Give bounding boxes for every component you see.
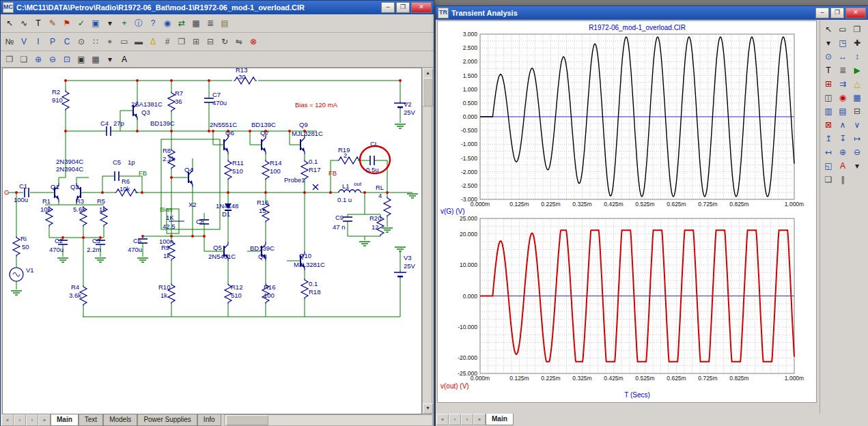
graphics-mode-button[interactable]: ▭ — [836, 23, 850, 36]
check-mode-button[interactable]: ✓ — [74, 17, 88, 30]
zoom-in-button[interactable]: ⊕ — [31, 53, 45, 66]
scroll-down-button[interactable]: ▼ — [423, 403, 433, 414]
go-to-x-button[interactable]: ↦ — [850, 132, 864, 145]
node-numbers-toggle[interactable]: № — [3, 36, 16, 48]
new-sheet-button[interactable]: ❐ — [175, 36, 188, 48]
prev-tab-button[interactable]: ‹ — [14, 414, 26, 426]
text-mode-button[interactable]: T — [31, 17, 45, 30]
canvas-horizontal-scrollbar[interactable] — [224, 414, 433, 426]
minimize-button[interactable]: – — [815, 8, 829, 18]
condition-toggle[interactable]: C — [60, 36, 74, 48]
restore-button[interactable]: ❐ — [396, 2, 410, 13]
paste-page-button[interactable]: ❏ — [17, 53, 31, 66]
grid-split-button[interactable]: ▦ — [89, 53, 102, 66]
select-mode-button[interactable]: ↖ — [822, 23, 835, 36]
canvas-vertical-scrollbar[interactable]: ▲ ▼ — [422, 68, 432, 414]
snap-grid-button[interactable]: # — [160, 36, 174, 48]
select-mode-button[interactable]: ↖ — [3, 17, 16, 30]
zoom-out-button[interactable]: ⊖ — [850, 145, 864, 158]
snapshot-button[interactable]: ▣ — [74, 53, 88, 66]
region-enable-button[interactable]: ⇄ — [175, 17, 188, 30]
next-tab-button[interactable]: › — [461, 414, 473, 425]
power-toggle[interactable]: P — [46, 36, 59, 48]
color-button[interactable]: A — [836, 159, 850, 172]
next-tab-button[interactable]: › — [26, 414, 38, 426]
high-button[interactable]: ↥ — [822, 132, 835, 145]
crosshair-toggle[interactable]: ⌖ — [103, 36, 117, 48]
component-dropdown-arrow[interactable]: ▾ — [103, 17, 117, 30]
text-mode-button[interactable]: T — [822, 63, 835, 76]
font-button[interactable]: A — [117, 53, 131, 66]
analysis-window-titlebar[interactable]: TR Transient Analysis –❐✕ — [436, 6, 868, 20]
optimizer-button[interactable]: △ — [850, 77, 864, 90]
tab-main[interactable]: Main — [51, 414, 79, 426]
title-block-toggle[interactable]: ▬ — [132, 36, 145, 48]
close-button[interactable]: ✕ — [845, 8, 866, 18]
minimize-button[interactable]: – — [381, 2, 395, 13]
stepping-button[interactable]: ⇉ — [836, 77, 850, 90]
last-tab-button[interactable]: » — [473, 414, 486, 425]
vertical-tag-button[interactable]: ↕ — [850, 50, 864, 63]
pages-button[interactable]: ❐ — [850, 23, 864, 36]
slide-right-button[interactable]: ⊟ — [204, 36, 217, 48]
zoom-percent-button[interactable]: ⊡ — [60, 53, 74, 66]
model-warning-button[interactable]: Δ — [146, 36, 160, 48]
add-part-button[interactable]: + — [117, 17, 131, 30]
copy-page-button[interactable]: ❏ — [822, 173, 835, 186]
help-mode-button[interactable]: ? — [146, 17, 160, 30]
breakpoint-button[interactable]: ◉ — [836, 91, 850, 104]
plot-region[interactable]: R1972-06_mod-1_overload.CIR3.0002.5002.0… — [437, 20, 817, 403]
first-tab-button[interactable]: « — [1, 414, 14, 426]
grid-dots-toggle[interactable]: ∷ — [89, 36, 102, 48]
autoscale-button[interactable]: ◱ — [822, 159, 835, 172]
graphics-mode-button[interactable]: ✎ — [46, 17, 59, 30]
font-dropdown-arrow[interactable]: ▾ — [850, 159, 864, 172]
watch-button[interactable]: ◫ — [822, 91, 835, 104]
pin-connections-toggle[interactable]: ⊙ — [74, 36, 88, 48]
copy-page-button[interactable]: ❐ — [3, 53, 16, 66]
tab-info[interactable]: Info — [197, 414, 221, 426]
scroll-up-button[interactable]: ▲ — [423, 68, 433, 79]
last-tab-button[interactable]: » — [38, 414, 51, 426]
flag-mode-button[interactable]: ⚑ — [60, 17, 74, 30]
close-button[interactable]: ✕ — [411, 2, 432, 13]
performance-plot-button[interactable]: ▥ — [822, 104, 835, 117]
first-tab-button[interactable]: « — [436, 414, 449, 425]
node-voltages-toggle[interactable]: V — [17, 36, 31, 48]
valley-button[interactable]: ∨ — [850, 118, 864, 131]
tab-models[interactable]: Models — [103, 414, 137, 426]
horizontal-scroll-thumb[interactable] — [226, 415, 268, 425]
3d-plot-button[interactable]: ▦ — [850, 91, 864, 104]
run-button[interactable]: ▶ — [850, 63, 864, 76]
properties-button[interactable]: ≣ — [836, 63, 850, 76]
zoom-in-button[interactable]: ⊕ — [836, 145, 850, 158]
exit-analysis-button[interactable]: ⊠ — [822, 118, 835, 131]
prev-tab-button[interactable]: ‹ — [449, 414, 461, 425]
low-button[interactable]: ↧ — [836, 132, 850, 145]
grid-button[interactable]: ▦ — [189, 17, 203, 30]
component-button[interactable]: ▣ — [89, 17, 102, 30]
vertical-scroll-thumb[interactable] — [423, 78, 433, 106]
horizontal-tag-button[interactable]: ↔ — [836, 50, 850, 63]
cursor-mode-button[interactable]: ✚ — [850, 36, 864, 49]
scale-mode-button[interactable]: ◳ — [836, 36, 850, 49]
align-button[interactable]: ∥ — [836, 173, 850, 186]
border-toggle[interactable]: ▭ — [117, 36, 131, 48]
mirror-button[interactable]: ⇋ — [232, 36, 246, 48]
slider-button[interactable]: ▤ — [836, 104, 850, 117]
pages-dropdown-arrow[interactable]: ▾ — [822, 36, 835, 49]
slide-left-button[interactable]: ⊞ — [189, 36, 203, 48]
peak-button[interactable]: ∧ — [836, 118, 850, 131]
info-mode-button[interactable]: ⓘ — [132, 17, 145, 30]
numeric-output-button[interactable]: ⊟ — [850, 104, 864, 117]
schematic-canvas[interactable]: R29102SA1381CQ3R736C7470uR1330Bias = 120… — [2, 68, 422, 414]
analysis-limits-button[interactable]: ⊞ — [822, 77, 835, 90]
link-mode-button[interactable]: ◉ — [160, 17, 174, 30]
go-to-y-button[interactable]: ↤ — [822, 145, 835, 158]
stop-button[interactable]: ⊗ — [247, 36, 260, 48]
schematic-window-titlebar[interactable]: MC C:\MC11\DATA\Petrov\Radio\R1972-06_Ba… — [1, 1, 434, 14]
current-toggle[interactable]: I — [31, 36, 45, 48]
rotate-button[interactable]: ↻ — [218, 36, 232, 48]
grid-split-dropdown-arrow[interactable]: ▾ — [103, 53, 117, 66]
point-tag-button[interactable]: ⊙ — [822, 50, 835, 63]
